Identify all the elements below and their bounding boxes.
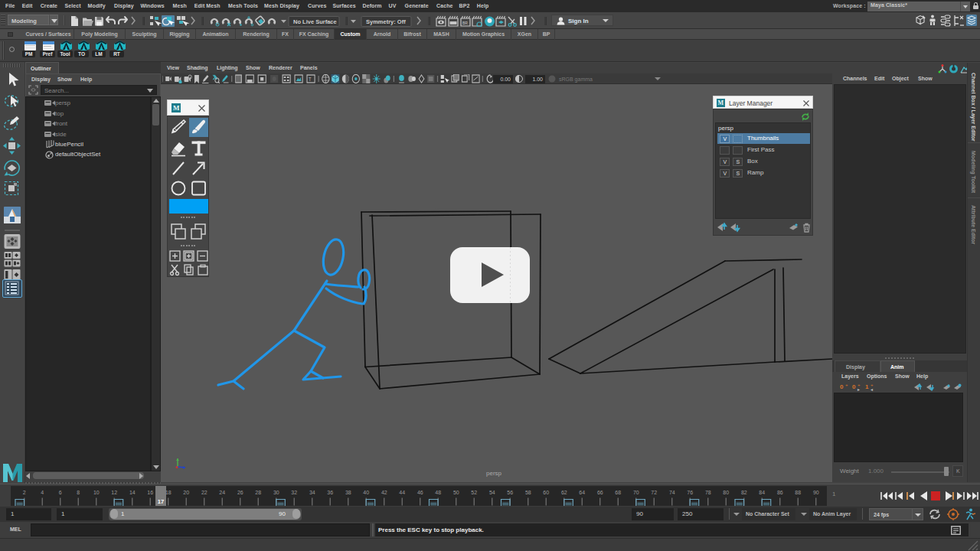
svg-text:12: 12 [111, 490, 117, 495]
svg-text:32: 32 [291, 490, 297, 495]
svg-text:74: 74 [669, 490, 675, 495]
svg-text:Symmetry: Off: Symmetry: Off [366, 18, 406, 25]
svg-text:70: 70 [633, 490, 639, 495]
svg-text:68: 68 [615, 490, 621, 495]
svg-text:44: 44 [399, 490, 405, 495]
svg-text:No Live Surface: No Live Surface [293, 18, 337, 25]
svg-text:17: 17 [158, 498, 164, 505]
svg-text:8: 8 [77, 490, 80, 495]
svg-text:T: T [309, 77, 312, 83]
svg-text:BR: BR [462, 21, 468, 25]
svg-text:28: 28 [255, 490, 261, 495]
svg-text:62: 62 [561, 490, 567, 495]
svg-text:54: 54 [489, 490, 495, 495]
svg-text:56: 56 [507, 490, 513, 495]
svg-text:46: 46 [417, 490, 423, 495]
svg-text:18: 18 [165, 490, 172, 495]
svg-text:86: 86 [777, 490, 783, 495]
svg-text:80: 80 [723, 490, 729, 495]
svg-text:40: 40 [363, 490, 369, 495]
svg-text:20: 20 [183, 490, 189, 495]
svg-text:60: 60 [543, 490, 549, 495]
svg-text:42: 42 [381, 490, 387, 495]
svg-text:24: 24 [219, 490, 225, 495]
svg-text:30: 30 [273, 490, 279, 495]
svg-text:6: 6 [59, 490, 62, 495]
svg-text:84: 84 [759, 490, 765, 495]
svg-text:10: 10 [93, 490, 100, 495]
svg-text:26: 26 [237, 490, 243, 495]
svg-text:82: 82 [741, 490, 747, 495]
svg-text:52: 52 [471, 490, 477, 495]
svg-text:76: 76 [687, 490, 693, 495]
svg-text:72: 72 [651, 490, 657, 495]
svg-text:78: 78 [705, 490, 711, 495]
svg-text:16: 16 [147, 490, 153, 495]
svg-text:88: 88 [795, 490, 801, 495]
svg-text:90: 90 [813, 490, 819, 495]
svg-text:36: 36 [327, 490, 333, 495]
svg-text:58: 58 [525, 490, 531, 495]
svg-text:38: 38 [345, 490, 351, 495]
svg-text:4: 4 [41, 490, 44, 495]
svg-text:48: 48 [435, 490, 441, 495]
svg-text:14: 14 [129, 490, 136, 495]
svg-text:66: 66 [597, 490, 603, 495]
svg-text:22: 22 [201, 490, 207, 495]
svg-text:64: 64 [579, 490, 585, 495]
svg-text:34: 34 [309, 490, 315, 495]
svg-text:2: 2 [23, 490, 26, 495]
svg-text:50: 50 [453, 490, 459, 495]
